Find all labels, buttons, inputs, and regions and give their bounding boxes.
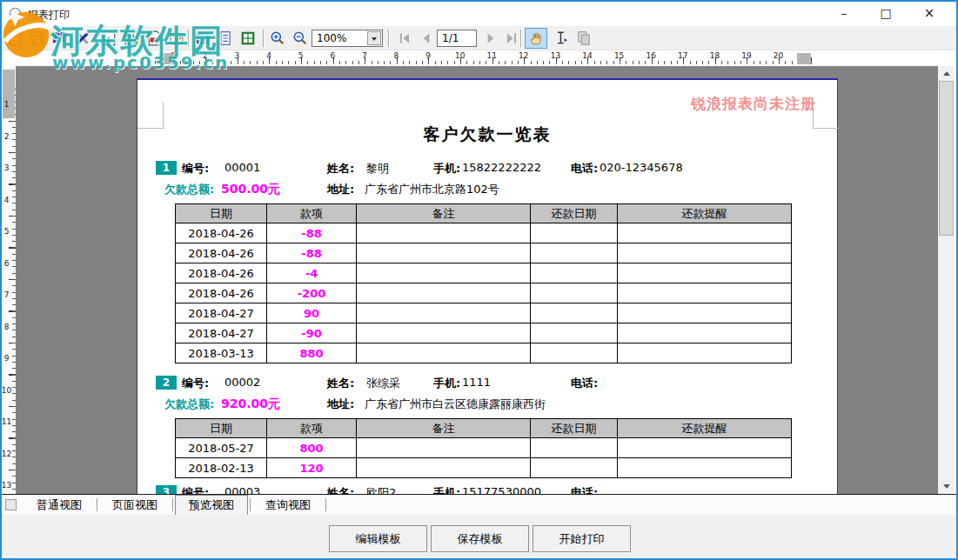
amount-cell: -90 xyxy=(267,323,357,343)
ruler-number: 2 xyxy=(190,51,222,60)
prev-page-icon xyxy=(419,30,434,46)
remark-cell xyxy=(357,283,531,303)
export-pdf-icon xyxy=(146,30,162,46)
tab-normal-view[interactable]: 普通视图 xyxy=(23,496,95,515)
export-pdf-button[interactable] xyxy=(144,29,164,48)
mobile-label: 手机: xyxy=(433,485,460,494)
col-remark: 备注 xyxy=(357,204,531,223)
record-total-row: 欠款总额: 920.00元 地址: 广东省广州市白云区德康露丽康西街 xyxy=(137,397,837,414)
scroll-up-button[interactable] xyxy=(938,66,955,81)
repay-reminder-cell xyxy=(618,438,792,458)
start-print-button[interactable]: 开始打印 xyxy=(533,525,631,552)
record-header-row: 2 编号: 00002 姓名: 张综采 手机: 1111 电话: xyxy=(137,376,837,393)
ruler-number: 12 xyxy=(2,438,11,470)
book-icon xyxy=(52,30,68,46)
ruler-number: 6 xyxy=(317,51,349,60)
registration-watermark: 锐浪报表尚未注册 xyxy=(691,94,816,114)
titlebar: 报表打印 – □ × xyxy=(2,2,956,26)
tab-corner-box[interactable] xyxy=(5,499,17,510)
hand-tool-button[interactable] xyxy=(525,28,547,49)
ruler-number: 5 xyxy=(285,51,317,60)
toolbar-separator xyxy=(388,30,390,47)
address-value: 广东省广州市北京路102号 xyxy=(365,182,499,197)
toolbar-separator xyxy=(94,30,96,47)
scrollbar-thumb[interactable] xyxy=(939,81,954,236)
preview-area[interactable]: 锐浪报表尚未注册 客户欠款一览表 1 编号: 00001 姓名: 黎明 手机: … xyxy=(16,66,938,494)
new-report-button[interactable] xyxy=(5,29,24,48)
address-label: 地址: xyxy=(327,182,354,197)
amount-cell: -4 xyxy=(267,263,357,283)
open-book-button[interactable] xyxy=(50,29,70,48)
col-repay-date: 还款日期 xyxy=(531,204,618,223)
amount-cell: -200 xyxy=(267,283,357,303)
ruler-number: 5 xyxy=(2,216,11,248)
zoom-out-button[interactable] xyxy=(291,29,310,48)
edit-note-button[interactable] xyxy=(167,29,186,48)
col-repay-date: 还款日期 xyxy=(531,419,618,438)
remark-cell xyxy=(357,223,531,243)
ruler-number: 20 xyxy=(762,51,794,60)
total-value: 920.00元 xyxy=(221,397,280,412)
ruler-number: 11 xyxy=(2,406,11,438)
ruler-number: 3 xyxy=(2,152,11,184)
print-preview-button[interactable] xyxy=(193,29,212,48)
remark-cell xyxy=(357,303,531,323)
minimize-button[interactable]: – xyxy=(824,2,864,26)
zoom-level-value: 100% xyxy=(317,32,346,44)
edit-template-button[interactable]: 编辑模板 xyxy=(329,525,427,552)
date-cell: 2018-05-27 xyxy=(176,438,267,458)
combo-dropdown-arrow-icon[interactable] xyxy=(367,31,381,45)
record-header-row: 3 编号: 00003 姓名: 欧阳2 手机: 15177530000 电话: xyxy=(137,485,837,494)
mobile-value: 1111 xyxy=(462,376,491,389)
date-cell: 2018-04-26 xyxy=(176,223,267,243)
tab-query-view[interactable]: 查询视图 xyxy=(252,496,324,515)
ruler-number: 14 xyxy=(572,51,604,60)
mobile-label: 手机: xyxy=(433,376,460,391)
toolbar: 100% 1/1 xyxy=(2,26,956,50)
name-label: 姓名: xyxy=(327,161,354,177)
ruler-number: 9 xyxy=(2,343,11,375)
debt-table: 日期 款项 备注 还款日期 还款提醒 2018-04-26 -88 20 xyxy=(175,203,792,363)
repay-date-cell xyxy=(531,343,618,363)
export-file-button[interactable] xyxy=(99,29,118,48)
export-excel-button[interactable] xyxy=(122,29,141,48)
new-report-icon xyxy=(7,30,23,46)
tab-page-view[interactable]: 页面视图 xyxy=(99,496,171,515)
id-label: 编号: xyxy=(182,376,209,391)
tools-button[interactable] xyxy=(73,29,92,48)
page-indicator-input[interactable]: 1/1 xyxy=(437,30,477,47)
scroll-down-button[interactable] xyxy=(938,479,955,494)
multi-page-button[interactable] xyxy=(238,29,258,48)
chevron-down-icon xyxy=(943,484,950,492)
repay-reminder-cell xyxy=(618,263,792,283)
text-select-tool-button[interactable] xyxy=(552,29,571,48)
remark-cell xyxy=(357,458,531,478)
ruler-number: 7 xyxy=(349,51,381,60)
save-template-button[interactable]: 保存模板 xyxy=(431,525,529,552)
table-row: 2018-04-26 -200 xyxy=(176,283,792,303)
next-page-icon xyxy=(483,30,499,46)
prev-page-button[interactable] xyxy=(417,29,436,48)
zoom-level-combobox[interactable]: 100% xyxy=(312,30,383,47)
repay-date-cell xyxy=(531,323,618,343)
vertical-scrollbar[interactable] xyxy=(938,66,955,494)
address-label: 地址: xyxy=(327,397,354,412)
multi-page-icon xyxy=(240,30,256,46)
page-view-button[interactable] xyxy=(216,29,235,48)
chevron-up-icon xyxy=(943,68,950,76)
zoom-in-button[interactable] xyxy=(268,29,287,48)
copy-button[interactable] xyxy=(574,29,593,48)
tab-separator xyxy=(250,498,251,511)
print-button[interactable] xyxy=(28,29,47,48)
next-page-button[interactable] xyxy=(481,29,500,48)
ruler-number: 4 xyxy=(2,184,11,217)
tab-preview-view[interactable]: 预览视图 xyxy=(175,495,248,516)
last-page-button[interactable] xyxy=(502,29,521,48)
page-indicator-value: 1/1 xyxy=(442,32,459,44)
text-select-icon xyxy=(553,30,569,46)
ruler-number: 16 xyxy=(635,51,667,60)
maximize-button[interactable]: □ xyxy=(866,2,906,26)
first-page-button[interactable] xyxy=(395,29,414,48)
record-total-row: 欠款总额: 500.00元 地址: 广东省广州市北京路102号 xyxy=(137,182,837,199)
close-button[interactable]: × xyxy=(909,2,949,26)
